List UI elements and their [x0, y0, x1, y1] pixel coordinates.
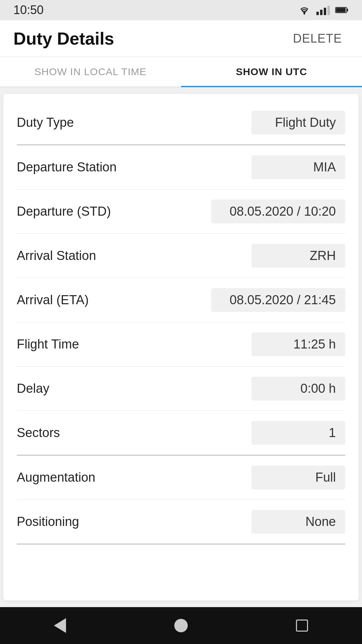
- field-value[interactable]: Flight Duty: [251, 111, 345, 135]
- field-label: Arrival (ETA): [17, 293, 89, 307]
- status-bar: 10:50: [0, 0, 362, 20]
- field-label: Sectors: [17, 426, 60, 440]
- field-value[interactable]: 0:00 h: [251, 377, 345, 400]
- field-value[interactable]: None: [251, 510, 345, 534]
- svg-rect-3: [324, 8, 326, 15]
- svg-rect-1: [316, 12, 319, 15]
- signal-icon: [316, 5, 330, 15]
- field-value[interactable]: Full: [251, 466, 345, 489]
- field-row: PositioningNone: [17, 500, 345, 544]
- svg-rect-4: [327, 6, 330, 15]
- field-label: Arrival Station: [17, 249, 96, 263]
- navigation-bar: [0, 607, 362, 644]
- svg-rect-7: [336, 8, 346, 12]
- field-label: Delay: [17, 381, 49, 396]
- back-icon: [54, 618, 66, 633]
- svg-rect-2: [320, 10, 322, 15]
- field-row: Delay0:00 h: [17, 367, 345, 411]
- field-value[interactable]: 08.05.2020 / 21:45: [211, 288, 345, 312]
- field-label: Augmentation: [17, 470, 96, 485]
- field-label: Departure (STD): [17, 204, 111, 219]
- header: Duty Details DELETE: [0, 20, 362, 57]
- tabs-container: SHOW IN LOCAL TIME SHOW IN UTC: [0, 57, 362, 87]
- field-row: Arrival (ETA)08.05.2020 / 21:45: [17, 278, 345, 322]
- back-button[interactable]: [54, 618, 66, 633]
- recents-icon: [296, 620, 308, 632]
- field-row: Duty TypeFlight Duty: [17, 101, 345, 145]
- page-title: Duty Details: [13, 29, 114, 49]
- tab-utc[interactable]: SHOW IN UTC: [181, 57, 362, 87]
- field-label: Positioning: [17, 515, 79, 529]
- field-value[interactable]: 08.05.2020 / 10:20: [211, 200, 345, 223]
- details-card: Duty TypeFlight DutyDeparture StationMIA…: [3, 94, 359, 600]
- home-icon: [174, 619, 188, 632]
- wifi-icon: [298, 5, 311, 15]
- field-row: Arrival StationZRH: [17, 234, 345, 278]
- status-icons: [298, 5, 349, 15]
- svg-point-0: [304, 13, 305, 15]
- field-row: Departure (STD)08.05.2020 / 10:20: [17, 190, 345, 234]
- field-value[interactable]: MIA: [251, 155, 345, 179]
- field-row: AugmentationFull: [17, 455, 345, 500]
- status-time: 10:50: [13, 3, 44, 17]
- delete-button[interactable]: DELETE: [286, 28, 349, 49]
- battery-icon: [335, 5, 349, 15]
- field-value[interactable]: 1: [251, 421, 345, 445]
- home-button[interactable]: [174, 619, 188, 632]
- field-value[interactable]: ZRH: [251, 244, 345, 268]
- recents-button[interactable]: [296, 620, 308, 632]
- field-row: Flight Time11:25 h: [17, 322, 345, 367]
- field-value[interactable]: 11:25 h: [251, 332, 345, 356]
- field-row: Departure StationMIA: [17, 145, 345, 190]
- field-label: Duty Type: [17, 115, 74, 130]
- field-label: Flight Time: [17, 337, 79, 352]
- svg-rect-6: [347, 9, 348, 11]
- field-row: Sectors1: [17, 411, 345, 455]
- field-label: Departure Station: [17, 160, 117, 174]
- tab-local-time[interactable]: SHOW IN LOCAL TIME: [0, 57, 181, 87]
